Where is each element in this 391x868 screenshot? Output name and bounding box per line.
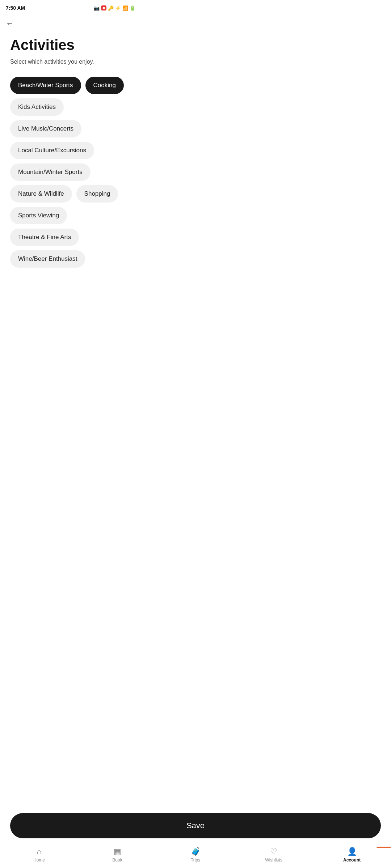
tag-kids-activities[interactable]: Kids Activities bbox=[10, 98, 64, 116]
battery-icon: 🔋 bbox=[130, 5, 135, 11]
tag-sports-viewing[interactable]: Sports Viewing bbox=[10, 207, 67, 224]
tag-shopping[interactable]: Shopping bbox=[76, 185, 118, 203]
camera-icon: 📷 bbox=[94, 5, 100, 11]
tag-theatre-fine-arts[interactable]: Theatre & Fine Arts bbox=[10, 229, 79, 246]
status-time: 7:50 AM bbox=[6, 5, 25, 11]
tag-cooking[interactable]: Cooking bbox=[85, 77, 124, 94]
page-title: Activities bbox=[10, 37, 131, 53]
tag-wine-beer-enthusiast[interactable]: Wine/Beer Enthusiast bbox=[10, 250, 85, 268]
tag-mountain-winter-sports[interactable]: Mountain/Winter Sports bbox=[10, 163, 91, 181]
tag-beach-water-sports[interactable]: Beach/Water Sports bbox=[10, 77, 81, 94]
back-button[interactable]: ← bbox=[0, 14, 141, 31]
status-icons: 📷 ■ 🔑 ⚡ 📶 🔋 bbox=[94, 5, 135, 11]
status-bar: 7:50 AM 📷 ■ 🔑 ⚡ 📶 🔋 bbox=[0, 0, 141, 14]
tag-local-culture-excursions[interactable]: Local Culture/Excursions bbox=[10, 142, 94, 159]
page-content: Activities Select which activities you e… bbox=[0, 31, 141, 304]
bluetooth-icon: ⚡ bbox=[115, 5, 121, 11]
key-icon: 🔑 bbox=[108, 5, 114, 11]
record-icon: ■ bbox=[101, 5, 106, 10]
tag-live-music-concerts[interactable]: Live Music/Concerts bbox=[10, 120, 81, 137]
back-arrow-icon: ← bbox=[6, 19, 14, 28]
tag-nature-wildlife[interactable]: Nature & Wildlife bbox=[10, 185, 72, 203]
page-subtitle: Select which activities you enjoy. bbox=[10, 59, 131, 65]
tags-container: Beach/Water SportsCookingKids Activities… bbox=[10, 77, 131, 268]
wifi-icon: 📶 bbox=[122, 5, 128, 11]
